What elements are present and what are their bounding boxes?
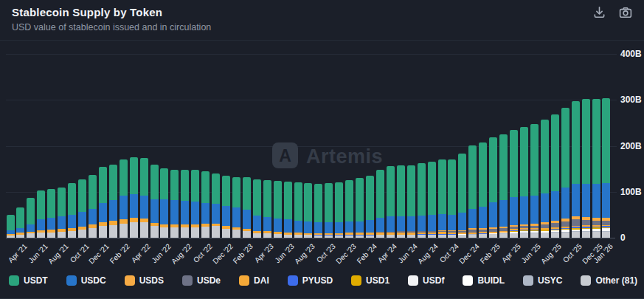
legend-item-pyusd[interactable]: PYUSD — [288, 275, 333, 286]
bar-segment-other81 — [16, 235, 24, 238]
bar-segment-usdc — [68, 215, 76, 228]
bar-column-nov21[interactable] — [89, 175, 97, 238]
bar-segment-usdt — [551, 114, 559, 191]
bar-column-jun21[interactable] — [37, 190, 45, 238]
bar-column-apr21[interactable] — [16, 207, 24, 238]
bar-column-oct23[interactable] — [325, 183, 333, 238]
bar-column-oct22[interactable] — [201, 171, 210, 238]
bar-column-mar23[interactable] — [253, 179, 261, 238]
bar-column-mar22[interactable] — [130, 157, 138, 238]
bar-column-mar21[interactable] — [7, 215, 15, 238]
bar-column-nov25[interactable] — [582, 99, 590, 238]
bar-column-sep21[interactable] — [68, 183, 76, 238]
bar-segment-other81 — [47, 233, 55, 238]
bar-segment-other81 — [232, 230, 240, 238]
screenshot-button[interactable] — [617, 5, 634, 21]
legend-item-dai[interactable]: DAI — [239, 275, 269, 286]
bar-column-oct25[interactable] — [572, 101, 580, 238]
bar-column-feb24[interactable] — [366, 176, 374, 238]
legend-label: Other (81) — [595, 275, 637, 286]
bar-column-nov22[interactable] — [212, 173, 220, 238]
bar-segment-other81 — [78, 230, 86, 238]
bar-column-jun24[interactable] — [407, 165, 415, 238]
legend-item-usd1[interactable]: USD1 — [351, 275, 389, 286]
bar-column-dec22[interactable] — [222, 176, 230, 238]
bar-column-jan22[interactable] — [109, 165, 117, 238]
bar-column-may25[interactable] — [520, 127, 528, 238]
legend-item-other81[interactable]: Other (81) — [581, 275, 637, 286]
bar-column-apr23[interactable] — [263, 180, 271, 238]
bar-segment-usdc — [499, 200, 508, 227]
bar-column-oct21[interactable] — [78, 179, 86, 238]
bar-column-dec21[interactable] — [99, 167, 107, 238]
legend-item-usdf[interactable]: USDf — [408, 275, 444, 286]
bar-column-aug24[interactable] — [428, 162, 436, 238]
bar-column-may24[interactable] — [397, 165, 405, 238]
bar-column-jun22[interactable] — [160, 168, 168, 238]
bar-column-dec23[interactable] — [345, 180, 353, 238]
bar-column-jul22[interactable] — [170, 170, 179, 238]
bar-column-may22[interactable] — [150, 165, 159, 238]
legend-item-buidl[interactable]: BUIDL — [463, 275, 505, 286]
bar-column-aug21[interactable] — [58, 188, 66, 238]
bar-column-jun23[interactable] — [284, 182, 292, 238]
bar-column-nov23[interactable] — [335, 182, 343, 238]
bar-column-sep23[interactable] — [314, 184, 322, 238]
legend-item-usdc[interactable]: USDC — [66, 275, 106, 286]
bar-segment-usdt — [345, 180, 353, 222]
bar-column-jul24[interactable] — [418, 163, 426, 238]
bar-column-feb23[interactable] — [243, 177, 251, 238]
bar-segment-other81 — [120, 224, 128, 238]
bar-segment-other81 — [345, 236, 353, 238]
bar-segment-usdc — [212, 204, 220, 224]
bar-segment-usdc — [592, 184, 600, 218]
bar-segment-other81 — [212, 226, 220, 238]
bar-column-apr22[interactable] — [140, 158, 148, 238]
bar-column-feb25[interactable] — [489, 137, 497, 238]
bar-segment-other81 — [397, 235, 405, 238]
bar-column-jan25[interactable] — [479, 142, 487, 238]
bar-segment-usdt — [366, 176, 374, 220]
bar-column-may21[interactable] — [27, 198, 35, 238]
bar-segment-usdc — [170, 200, 179, 225]
bar-column-mar24[interactable] — [376, 170, 384, 238]
bar-column-sep24[interactable] — [438, 159, 446, 238]
bar-column-apr24[interactable] — [387, 166, 395, 238]
bar-column-mar25[interactable] — [499, 134, 508, 238]
bar-column-jan24[interactable] — [356, 178, 364, 238]
legend-item-usde[interactable]: USDe — [182, 275, 221, 286]
svg-text:A: A — [279, 146, 291, 165]
bar-segment-usdt — [99, 167, 107, 203]
bar-column-oct24[interactable] — [448, 159, 456, 238]
bar-column-apr25[interactable] — [510, 130, 518, 238]
bar-column-jun25[interactable] — [530, 124, 539, 238]
bar-column-jul23[interactable] — [294, 182, 302, 238]
legend-item-usdt[interactable]: USDT — [9, 275, 48, 286]
bar-segment-usdt — [27, 198, 35, 224]
legend-item-usyc[interactable]: USYC — [523, 275, 562, 286]
bar-column-jan23[interactable] — [232, 177, 240, 238]
bar-column-jul21[interactable] — [47, 189, 55, 238]
bar-column-jul25[interactable] — [541, 120, 549, 238]
bar-segment-usdt — [294, 182, 302, 221]
bar-column-feb22[interactable] — [120, 159, 128, 238]
bar-segment-usdc — [448, 215, 456, 231]
bar-segment-usdt — [356, 178, 364, 221]
bar-segment-usdt — [232, 177, 240, 208]
bar-column-dec24[interactable] — [468, 145, 477, 238]
download-button[interactable] — [591, 5, 607, 21]
bar-column-sep22[interactable] — [191, 170, 199, 238]
bar-column-jan26[interactable] — [602, 98, 610, 238]
bar-segment-usdc — [325, 222, 333, 234]
bar-segment-other81 — [243, 231, 251, 238]
bar-column-nov24[interactable] — [458, 154, 466, 238]
bar-column-aug23[interactable] — [304, 183, 312, 238]
bar-column-aug22[interactable] — [181, 170, 189, 238]
bar-column-dec25[interactable] — [592, 99, 600, 238]
bar-column-aug25[interactable] — [551, 114, 559, 238]
bar-segment-other81 — [541, 233, 549, 238]
bar-column-may23[interactable] — [274, 181, 282, 238]
download-icon — [592, 5, 606, 21]
legend-item-usds[interactable]: USDS — [125, 275, 164, 286]
bar-column-sep25[interactable] — [561, 108, 569, 238]
